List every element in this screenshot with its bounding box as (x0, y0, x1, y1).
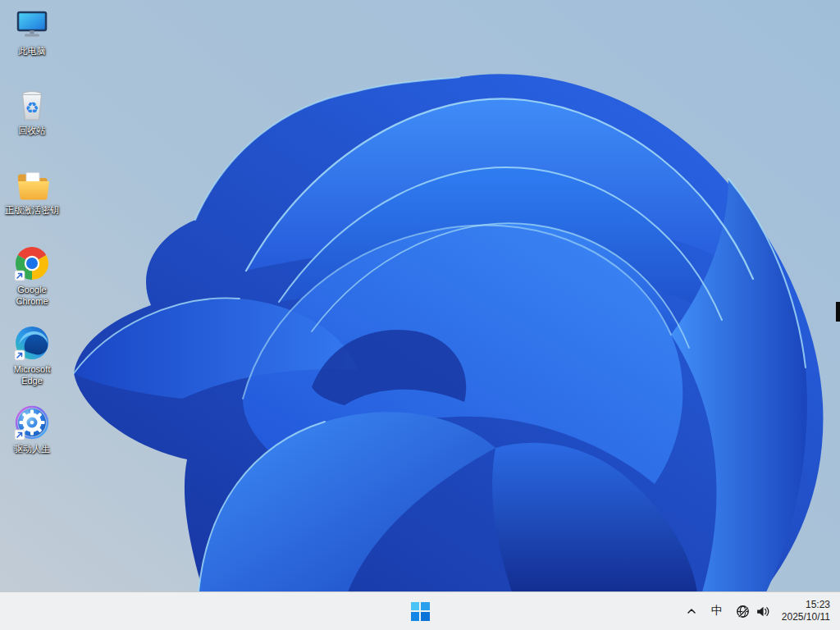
globe-no-internet-icon (736, 605, 750, 619)
system-tray: 中 15:23 2025/10/11 (681, 592, 840, 630)
desktop-icon-label: 回收站 (17, 125, 48, 136)
driver-life-gear-icon (14, 404, 50, 441)
desktop-icon-driver-life[interactable]: 驱动人生 (1, 404, 63, 454)
shortcut-arrow-icon (15, 350, 25, 360)
speaker-icon (756, 605, 769, 619)
desktop-icon-recycle-bin[interactable]: ♻ 回收站 (1, 86, 63, 136)
folder-icon (14, 166, 50, 202)
start-button[interactable] (404, 595, 436, 628)
recycle-bin-icon: ♻ (14, 86, 50, 122)
taskbar: 中 15:23 2025/10/11 (0, 591, 840, 630)
windows-desktop: 此电脑 ♻ 回收站 正版激活密钥 (0, 0, 840, 630)
desktop-icon-google-chrome[interactable]: Google Chrome (1, 245, 63, 307)
chrome-icon (14, 245, 50, 281)
svg-text:♻: ♻ (25, 98, 39, 116)
chevron-up-icon (685, 605, 698, 618)
screen-edge-black-bar (836, 302, 840, 322)
edge-icon (14, 325, 50, 361)
taskbar-clock[interactable]: 15:23 2025/10/11 (780, 597, 832, 625)
desktop-icon-microsoft-edge[interactable]: Microsoft Edge (1, 325, 63, 386)
shortcut-arrow-icon (15, 271, 25, 281)
quick-settings-button[interactable] (732, 596, 774, 626)
windows-logo-icon (411, 602, 430, 621)
this-pc-icon (14, 7, 50, 43)
desktop-icon-activation-key-folder[interactable]: 正版激活密钥 (1, 166, 63, 216)
desktop-icon-label: Microsoft Edge (1, 363, 63, 386)
wallpaper-bloom-image (0, 0, 840, 630)
desktop-icon-label: 驱动人生 (12, 443, 52, 454)
desktop-icon-label: 正版激活密钥 (3, 204, 61, 216)
tray-hidden-icons-button[interactable] (681, 596, 702, 626)
shortcut-arrow-icon (15, 430, 25, 440)
desktop-icon-this-pc[interactable]: 此电脑 (1, 7, 63, 57)
desktop-icon-label: 此电脑 (17, 45, 48, 57)
clock-time: 15:23 (782, 599, 830, 611)
ime-indicator-button[interactable]: 中 (704, 596, 730, 626)
clock-date: 2025/10/11 (782, 611, 830, 623)
desktop-icon-label: Google Chrome (1, 284, 63, 307)
